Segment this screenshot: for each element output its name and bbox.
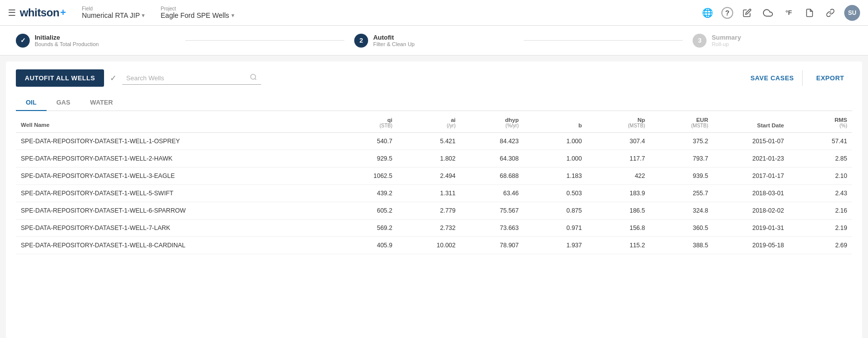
tab-gas[interactable]: GAS [47,95,80,111]
cell-start-date-5: 2019-01-31 [713,220,789,237]
col-b: b [524,113,587,133]
project-selector[interactable]: Eagle Ford SPE Wells ▾ [161,11,234,19]
logo: whitson + [20,6,66,19]
temperature-icon[interactable]: °F [782,6,796,20]
table-row[interactable]: SPE-DATA-REPOSITORY-DATASET-1-WELL-5-SWI… [16,185,852,202]
cell-well-name-2: SPE-DATA-REPOSITORY-DATASET-1-WELL-3-EAG… [16,168,334,185]
cell-well-name-6: SPE-DATA-REPOSITORY-DATASET-1-WELL-8-CAR… [16,237,334,254]
cell-dhyp-1: 64.308 [460,150,524,168]
table-header-row: Well Name qi (STB) ai (/yr) dhyp (%/yr) [16,113,852,133]
autofit-all-wells-button[interactable]: AUTOFIT ALL WELLS [16,69,104,87]
cell-well-name-4: SPE-DATA-REPOSITORY-DATASET-1-WELL-6-SPA… [16,202,334,220]
link-icon[interactable] [823,6,837,20]
user-avatar[interactable]: SU [844,5,860,21]
cell-qi-6: 405.9 [334,237,397,254]
cell-ai-2: 2.494 [397,168,461,185]
field-label: Field [82,6,145,11]
cell-qi-4: 605.2 [334,202,397,220]
col-well-name: Well Name [16,113,334,133]
field-project-group: Field Numerical RTA JIP ▾ Project Eagle … [82,6,234,19]
field-group: Field Numerical RTA JIP ▾ [82,6,145,19]
logo-text: whitson [20,6,59,19]
cloud-icon[interactable] [761,6,775,20]
step-line-2 [524,40,683,41]
cell-eur-6: 388.5 [650,237,713,254]
tab-oil[interactable]: OIL [16,95,47,111]
cell-ai-5: 2.732 [397,220,461,237]
table-row[interactable]: SPE-DATA-REPOSITORY-DATASET-1-WELL-1-OSP… [16,133,852,150]
cell-eur-2: 939.5 [650,168,713,185]
cell-np-6: 115.2 [587,237,650,254]
cell-well-name-5: SPE-DATA-REPOSITORY-DATASET-1-WELL-7-LAR… [16,220,334,237]
cell-qi-0: 540.7 [334,133,397,150]
field-selector[interactable]: Numerical RTA JIP ▾ [82,11,145,19]
cell-ai-4: 2.779 [397,202,461,220]
cell-well-name-0: SPE-DATA-REPOSITORY-DATASET-1-WELL-1-OSP… [16,133,334,150]
help-icon[interactable]: ? [721,7,733,19]
step-subtitle-autofit: Filter & Clean Up [373,41,415,47]
cell-eur-0: 375.2 [650,133,713,150]
project-group: Project Eagle Ford SPE Wells ▾ [161,6,234,19]
hamburger-icon[interactable]: ☰ [8,7,16,18]
search-input[interactable] [126,74,247,82]
svg-point-0 [251,74,256,79]
field-value: Numerical RTA JIP [82,11,140,19]
export-button[interactable]: EXPORT [809,70,852,86]
cell-b-5: 0.971 [524,220,587,237]
field-dropdown-arrow: ▾ [142,12,145,19]
cell-start-date-2: 2017-01-17 [713,168,789,185]
cell-rms-3: 2.43 [789,185,852,202]
cell-dhyp-4: 75.567 [460,202,524,220]
cell-eur-5: 360.5 [650,220,713,237]
table-row[interactable]: SPE-DATA-REPOSITORY-DATASET-1-WELL-3-EAG… [16,168,852,185]
cell-rms-4: 2.16 [789,202,852,220]
cell-start-date-0: 2015-01-07 [713,133,789,150]
cell-start-date-4: 2018-02-02 [713,202,789,220]
table-row[interactable]: SPE-DATA-REPOSITORY-DATASET-1-WELL-6-SPA… [16,202,852,220]
cell-b-4: 0.875 [524,202,587,220]
step-line-1 [185,40,345,41]
table-container: Well Name qi (STB) ai (/yr) dhyp (%/yr) [16,113,852,254]
cell-np-3: 183.9 [587,185,650,202]
cell-ai-1: 1.802 [397,150,461,168]
cell-eur-1: 793.7 [650,150,713,168]
col-qi: qi (STB) [334,113,397,133]
cell-b-1: 1.000 [524,150,587,168]
step-circle-summary: 3 [693,34,706,48]
cell-b-0: 1.000 [524,133,587,150]
col-dhyp: dhyp (%/yr) [460,113,524,133]
search-icon [250,73,257,82]
tab-water[interactable]: WATER [80,95,123,111]
cell-start-date-1: 2021-01-23 [713,150,789,168]
cell-dhyp-6: 78.907 [460,237,524,254]
col-eur: EUR (MSTB) [650,113,713,133]
cell-rms-6: 2.69 [789,237,852,254]
table-row[interactable]: SPE-DATA-REPOSITORY-DATASET-1-WELL-7-LAR… [16,220,852,237]
step-circle-autofit: 2 [354,34,368,48]
cell-b-6: 1.937 [524,237,587,254]
cell-rms-1: 2.85 [789,150,852,168]
step-info-initialize: Initialize Bounds & Total Production [35,34,99,47]
document-icon[interactable] [803,6,816,20]
step-autofit[interactable]: 2 Autofit Filter & Clean Up [354,34,514,48]
table-row[interactable]: SPE-DATA-REPOSITORY-DATASET-1-WELL-8-CAR… [16,237,852,254]
svg-line-1 [255,78,256,80]
cell-qi-1: 929.5 [334,150,397,168]
cell-np-2: 422 [587,168,650,185]
save-cases-button[interactable]: SAVE CASES [743,70,803,86]
edit-icon[interactable] [740,6,754,20]
table-row[interactable]: SPE-DATA-REPOSITORY-DATASET-1-WELL-2-HAW… [16,150,852,168]
step-summary[interactable]: 3 Summary Roll-up [693,34,852,48]
col-rms: RMS (%) [789,113,852,133]
step-initialize[interactable]: ✓ Initialize Bounds & Total Production [16,34,175,48]
tabs-container: OIL GAS WATER [16,95,852,111]
col-ai: ai (/yr) [397,113,461,133]
globe-icon[interactable]: 🌐 [701,6,714,20]
stepper: ✓ Initialize Bounds & Total Production 2… [0,26,868,56]
cell-qi-3: 439.2 [334,185,397,202]
cell-dhyp-5: 73.663 [460,220,524,237]
cell-ai-3: 1.311 [397,185,461,202]
col-start-date: Start Date [713,113,789,133]
main-content: AUTOFIT ALL WELLS ✓ SAVE CASES EXPORT OI… [6,61,862,338]
cell-eur-4: 324.8 [650,202,713,220]
